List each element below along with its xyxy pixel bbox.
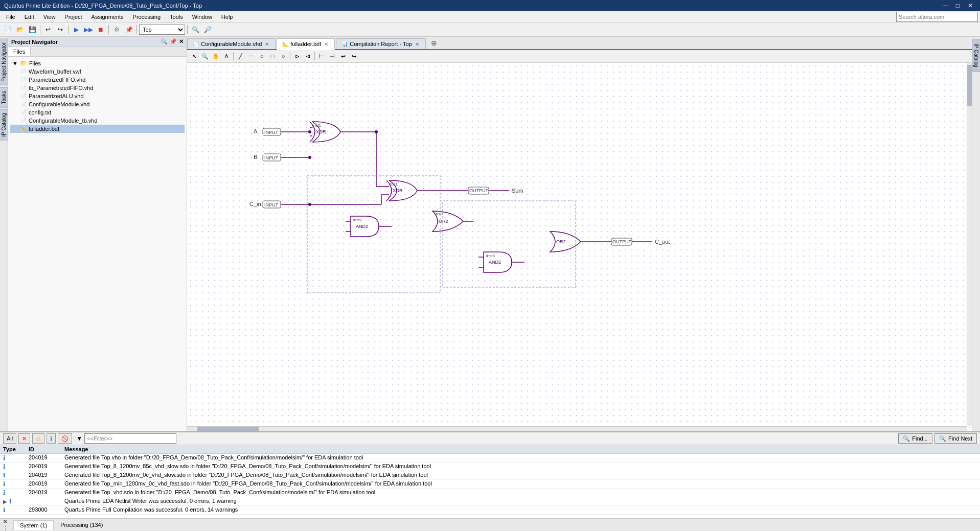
etb-text[interactable]: A [221, 51, 232, 61]
editor-tab-0[interactable]: 📄 ConfigurableModule.vhd ✕ [187, 38, 276, 49]
etb-port-in[interactable]: ⊳ [292, 51, 302, 61]
zoom-out-btn[interactable]: 🔎 [202, 24, 213, 35]
tab-label-1: fulladder.bdf [290, 41, 321, 47]
tab-label-2: Compilation Report - Top [350, 41, 412, 47]
compile-btn[interactable]: ▶ [71, 24, 82, 35]
search-area [896, 12, 978, 22]
tree-file-1[interactable]: 📄 ParametrizedFIFO.vhd [10, 76, 185, 84]
tree-file-7[interactable]: 📐 fulladder.bdf [10, 125, 185, 133]
left-sidebar: Project Navigator Tasks IP Catalog [0, 37, 8, 431]
horizontal-scrollbar[interactable] [187, 426, 967, 431]
bottom-left-controls: ✕ ⋮ [3, 519, 11, 531]
etb-align-left[interactable]: ⊢ [316, 51, 327, 61]
redo-btn[interactable]: ↪ [55, 24, 66, 35]
panel-search-icon[interactable]: 🔍 [161, 38, 168, 45]
etb-port-out[interactable]: ⊲ [303, 51, 313, 61]
main-layout: Project Navigator Tasks IP Catalog Proje… [0, 37, 980, 431]
etb-undo[interactable]: ↩ [338, 51, 348, 61]
msg-id-3: 204019 [29, 480, 64, 488]
tree-file-6[interactable]: 📄 ConfigurableModule_tb.vhd [10, 117, 185, 125]
etb-ellipse[interactable]: ○ [278, 51, 288, 61]
menu-project[interactable]: Project [60, 13, 86, 21]
menu-tools[interactable]: Tools [166, 13, 187, 21]
message-row-0: ℹ204019Generated file Top.vho in folder … [0, 454, 980, 463]
editor-tab-2[interactable]: 📊 Compilation Report - Top ✕ [336, 38, 425, 49]
vertical-scrollbar[interactable] [967, 63, 972, 426]
etb-wire[interactable]: ╱ [235, 51, 245, 61]
message-row-5[interactable]: ▶ℹQuartus Prime EDA Netlist Writer was s… [0, 497, 980, 506]
menu-help[interactable]: Help [217, 13, 237, 21]
minimize-btn[interactable]: ─ [940, 2, 951, 9]
panel-pin-icon[interactable]: 📌 [170, 38, 177, 45]
etb-redo[interactable]: ↪ [349, 51, 359, 61]
menu-edit[interactable]: Edit [20, 13, 38, 21]
panel-pin-left[interactable]: ✕ [3, 519, 11, 524]
editor-tab-1[interactable]: 📐 fulladder.bdf ✕ [277, 38, 335, 50]
etb-zoom[interactable]: 🔍 [200, 51, 210, 61]
tab-close-1[interactable]: ✕ [323, 41, 329, 47]
tree-file-5[interactable]: 📄 config.txt [10, 108, 185, 117]
filter-error-btn[interactable]: ✕ [18, 433, 30, 444]
menu-file[interactable]: File [2, 13, 19, 21]
menu-window[interactable]: Window [188, 13, 216, 21]
etb-rect[interactable]: □ [267, 51, 278, 61]
sidebar-item-tasks[interactable]: Tasks [0, 87, 8, 108]
filter-suppress-btn[interactable]: 🚫 [58, 433, 72, 444]
tab-close-0[interactable]: ✕ [264, 41, 270, 47]
panel-tab-files[interactable]: Files [8, 47, 31, 56]
etb-bus[interactable]: ═ [246, 51, 256, 61]
open-btn[interactable]: 📂 [14, 24, 26, 35]
filter-warn-btn[interactable]: ⚠ [32, 433, 44, 444]
zoom-in-btn[interactable]: 🔍 [190, 24, 201, 35]
hierarchy-select[interactable]: Top [139, 25, 185, 35]
sidebar-item-project-navigator[interactable]: Project Navigator [0, 39, 8, 85]
file-tree: ▼ 📁 Files 📄 Waveform_buffer.vwf 📄 Parame… [8, 57, 187, 431]
right-sidebar-ip-catalog[interactable]: IP Catalog [972, 39, 980, 72]
bdf-canvas[interactable]: A INPUT B INPUT C_in INPUT [187, 63, 972, 431]
tree-folder-files[interactable]: ▼ 📁 Files [10, 59, 185, 67]
h-scrollbar-thumb[interactable] [197, 427, 259, 431]
panel-close-icon[interactable]: ✕ [179, 38, 184, 45]
find-btn[interactable]: 🔍 Find... [898, 433, 932, 444]
close-btn[interactable]: ✕ [965, 2, 976, 9]
filter-all-btn[interactable]: All [3, 433, 16, 444]
etb-node[interactable]: ○ [257, 51, 267, 61]
find-next-btn[interactable]: 🔍 Find Next [935, 433, 977, 444]
menu-view[interactable]: View [39, 13, 60, 21]
etb-hand[interactable]: ✋ [211, 51, 221, 61]
main-toolbar: 📄 📂 💾 ↩ ↪ ▶ ▶▶ ⏹ ⚙ 📌 Top 🔍 🔎 [0, 22, 980, 37]
compile-start-btn[interactable]: ▶▶ [83, 24, 94, 35]
svg-text:INPUT: INPUT [264, 202, 279, 207]
tab-close-2[interactable]: ✕ [414, 41, 420, 47]
tab-bar: 📄 ConfigurableModule.vhd ✕ 📐 fulladder.b… [187, 37, 972, 50]
etb-align-right[interactable]: ⊣ [327, 51, 337, 61]
tree-file-4[interactable]: 📄 ConfigurableModule.vhd [10, 100, 185, 108]
pin-planner-btn[interactable]: 📌 [123, 24, 134, 35]
search-input[interactable] [896, 12, 978, 22]
tree-file-0[interactable]: 📄 Waveform_buffer.vwf [10, 67, 185, 76]
tree-file-3[interactable]: 📄 ParametrizedALU.vhd [10, 92, 185, 100]
filter-info-btn[interactable]: ℹ [47, 433, 56, 444]
stop-btn[interactable]: ⏹ [95, 24, 106, 35]
folder-icon: 📁 [20, 60, 27, 66]
tab-icon-1: 📐 [282, 41, 288, 47]
panel-resize[interactable]: ⋮ [3, 525, 11, 531]
menu-processing[interactable]: Processing [129, 13, 165, 21]
tab-add-btn[interactable]: ⊕ [427, 37, 441, 49]
save-btn[interactable]: 💾 [27, 24, 38, 35]
etb-select[interactable]: ↖ [189, 51, 199, 61]
tree-file-2[interactable]: 📄 tb_ParametrizedFIFO.vhd [10, 84, 185, 92]
folder-label: Files [29, 60, 41, 66]
file-name-3: ParametrizedALU.vhd [29, 93, 84, 99]
menu-assignments[interactable]: Assignments [87, 13, 128, 21]
scrollbar-thumb[interactable] [967, 65, 972, 106]
filter-input[interactable] [84, 433, 176, 444]
sep2 [68, 25, 69, 34]
bottom-tab-processing[interactable]: Processing (134) [54, 520, 109, 530]
new-btn[interactable]: 📄 [2, 24, 13, 35]
undo-btn[interactable]: ↩ [42, 24, 54, 35]
analyze-btn[interactable]: ⚙ [111, 24, 122, 35]
sidebar-item-ip-catalog[interactable]: IP Catalog [0, 109, 8, 141]
maximize-btn[interactable]: □ [953, 2, 963, 9]
bottom-tab-system[interactable]: System (1) [13, 520, 54, 530]
